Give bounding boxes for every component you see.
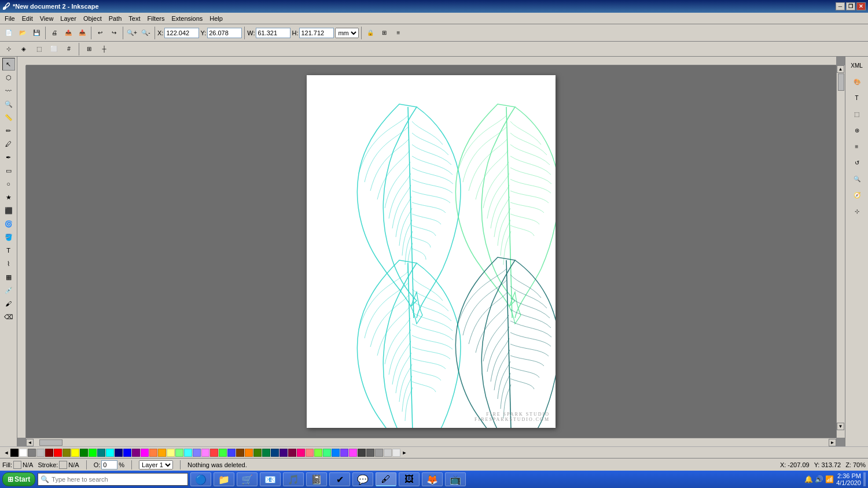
taskbar-mail[interactable]: 📧 [260, 472, 281, 486]
text-tool[interactable]: T [2, 244, 15, 257]
print-button[interactable]: 🖨 [48, 27, 61, 39]
minimize-button[interactable]: ─ [836, 2, 845, 10]
zoom-panel-button[interactable]: 🔍 [849, 171, 865, 186]
eraser-tool[interactable]: ⌫ [2, 310, 15, 323]
palette-swatch[interactable] [28, 449, 36, 457]
palette-left-arrow[interactable]: ◄ [2, 449, 10, 457]
align-button[interactable]: ≡ [392, 27, 404, 39]
node-tool[interactable]: ⬡ [2, 71, 15, 84]
transform-panel-button[interactable]: ↺ [849, 155, 865, 170]
h-input[interactable] [299, 28, 334, 38]
taskbar-inkscape-active[interactable]: 🖋 [376, 472, 396, 486]
show-guides-button[interactable]: ┼ [98, 43, 111, 56]
zoom-tool[interactable]: 🔍 [2, 98, 15, 110]
palette-swatch[interactable] [71, 449, 79, 457]
snap-nodes-button[interactable]: ◈ [17, 43, 30, 56]
rect-tool[interactable]: ▭ [2, 164, 15, 177]
palette-swatch[interactable] [366, 449, 374, 457]
palette-right-arrow[interactable]: ► [400, 449, 409, 457]
lock-ratio-button[interactable]: 🔒 [364, 27, 377, 39]
fill-stroke-button[interactable]: 🎨 [849, 74, 865, 89]
menu-text[interactable]: Text [125, 14, 144, 23]
zoom-out-button[interactable]: 🔍- [139, 27, 152, 39]
palette-swatch[interactable] [340, 449, 348, 457]
export-button[interactable]: 📤 [62, 27, 75, 39]
palette-swatch[interactable] [54, 449, 62, 457]
scroll-thumb-horizontal[interactable] [39, 439, 62, 446]
menu-layer[interactable]: Layer [57, 14, 80, 23]
menu-edit[interactable]: Edit [19, 14, 36, 23]
palette-swatch[interactable] [297, 449, 305, 457]
palette-swatch[interactable] [167, 449, 175, 457]
xml-editor-button[interactable]: XML [849, 58, 865, 73]
palette-swatch[interactable] [349, 449, 357, 457]
palette-swatch[interactable] [106, 449, 114, 457]
align-dist-button[interactable]: ≡ [849, 139, 865, 154]
scroll-right-button[interactable]: ► [829, 439, 836, 446]
palette-swatch[interactable] [45, 449, 53, 457]
palette-swatch[interactable] [227, 449, 236, 457]
star-tool[interactable]: ★ [2, 191, 15, 204]
palette-swatch[interactable] [123, 449, 131, 457]
palette-swatch[interactable] [175, 449, 183, 457]
clock[interactable]: 2:36 PM 4/1/2020 [836, 472, 861, 486]
palette-swatch[interactable] [279, 449, 288, 457]
pencil-tool[interactable]: ✏ [2, 124, 15, 137]
snap-button[interactable]: ⊹ [2, 43, 15, 56]
search-box[interactable]: 🔍 [38, 473, 188, 486]
palette-swatch[interactable] [115, 449, 123, 457]
palette-swatch[interactable] [271, 449, 279, 457]
palette-swatch[interactable] [384, 449, 392, 457]
connector-tool[interactable]: ⌇ [2, 257, 15, 270]
scroll-bottom[interactable]: ◄ ► [26, 438, 836, 446]
palette-swatch[interactable] [36, 449, 45, 457]
pen-tool[interactable]: 🖊 [2, 138, 15, 150]
symbols-button[interactable]: ⊛ [849, 123, 865, 138]
palette-swatch[interactable] [184, 449, 192, 457]
menu-help[interactable]: Help [206, 14, 226, 23]
canvas-area[interactable]: /* ticks rendered below */ [17, 57, 845, 446]
palette-swatch[interactable] [210, 449, 218, 457]
snap-panel-button[interactable]: ⊹ [849, 204, 865, 219]
snap-bbox-button[interactable]: ⬚ [32, 43, 45, 56]
scroll-up-button[interactable]: ▲ [837, 65, 844, 73]
palette-swatch[interactable] [62, 449, 71, 457]
taskbar-browser[interactable]: 🦊 [422, 472, 443, 486]
palette-swatch[interactable] [89, 449, 97, 457]
unit-select[interactable]: mm px in pt [335, 28, 359, 38]
select-tool[interactable]: ↖ [2, 58, 15, 71]
spiral-tool[interactable]: 🌀 [2, 217, 15, 230]
taskbar-files[interactable]: 📁 [214, 472, 234, 486]
layer-select[interactable]: Layer 1 [139, 460, 173, 469]
close-button[interactable]: ✕ [856, 2, 866, 10]
gradient-tool[interactable]: ▦ [2, 271, 15, 283]
spray-tool[interactable]: 🖌 [2, 297, 15, 310]
w-input[interactable] [256, 28, 290, 38]
taskbar-store[interactable]: 🛒 [237, 472, 258, 486]
palette-swatch[interactable] [149, 449, 157, 457]
redo-button[interactable]: ↪ [108, 27, 120, 39]
scroll-down-button[interactable]: ▼ [837, 423, 844, 430]
taskbar-app1[interactable]: 📺 [445, 472, 466, 486]
palette-swatch[interactable] [392, 449, 400, 457]
palette-swatch[interactable] [219, 449, 227, 457]
menu-object[interactable]: Object [80, 14, 105, 23]
navigator-button[interactable]: 🧭 [849, 187, 865, 202]
layers-button[interactable]: ⬚ [849, 106, 865, 121]
taskbar-teams[interactable]: 💬 [352, 472, 373, 486]
palette-swatch[interactable] [236, 449, 244, 457]
stroke-color-box[interactable] [59, 461, 67, 469]
measure-tool[interactable]: 📏 [2, 111, 15, 124]
taskbar-cortana[interactable]: 🔵 [190, 472, 211, 486]
palette-swatch[interactable] [132, 449, 140, 457]
palette-swatch[interactable] [193, 449, 201, 457]
palette-swatch[interactable] [80, 449, 88, 457]
3d-box-tool[interactable]: ⬛ [2, 204, 15, 217]
scroll-right[interactable]: ▲ ▼ [836, 65, 845, 438]
calligraphy-tool[interactable]: ✒ [2, 151, 15, 164]
taskbar-photoshop[interactable]: 🖼 [399, 472, 420, 486]
menu-extensions[interactable]: Extensions [168, 14, 206, 23]
palette-swatch[interactable] [314, 449, 322, 457]
undo-button[interactable]: ↩ [94, 27, 106, 39]
transform-button[interactable]: ⊞ [378, 27, 391, 39]
